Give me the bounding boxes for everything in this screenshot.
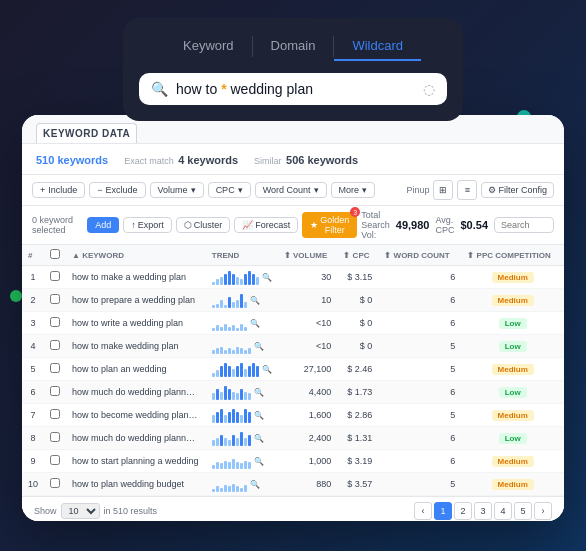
- wordcount-cell: 5: [378, 473, 461, 496]
- select-all-checkbox[interactable]: [50, 249, 60, 259]
- search-settings-icon[interactable]: ◌: [423, 81, 435, 97]
- trend-zoom-icon[interactable]: 🔍: [250, 480, 260, 489]
- wordcount-cell: 6: [378, 312, 461, 335]
- filter-config-btn[interactable]: ⚙ Filter Config: [481, 182, 554, 198]
- more-filter-btn[interactable]: More ▾: [331, 182, 376, 198]
- wordcount-filter-btn[interactable]: Word Count ▾: [255, 182, 327, 198]
- next-page-btn[interactable]: ›: [534, 502, 552, 520]
- row-number: 6: [22, 381, 44, 404]
- row-checkbox[interactable]: [50, 271, 60, 281]
- keyword-cell: how to start planning a wedding: [66, 450, 206, 473]
- row-checkbox[interactable]: [50, 386, 60, 396]
- trend-zoom-icon[interactable]: 🔍: [254, 434, 264, 443]
- forecast-button[interactable]: 📈 Forecast: [234, 217, 298, 233]
- trend-zoom-icon[interactable]: 🔍: [250, 319, 260, 328]
- search-input-display[interactable]: how to * wedding plan: [176, 81, 415, 97]
- volume-label: Volume: [158, 185, 188, 195]
- golden-filter-button[interactable]: ★ Golden Filter 3: [302, 212, 357, 238]
- include-filter-btn[interactable]: + Include: [32, 182, 85, 198]
- keyword-cell: how to make wedding plan: [66, 335, 206, 358]
- trend-zoom-icon[interactable]: 🔍: [254, 457, 264, 466]
- row-checkbox[interactable]: [50, 363, 60, 373]
- col-cpc[interactable]: ⬆ CPC: [337, 245, 378, 266]
- stat-exact[interactable]: Exact match 4 keywords: [124, 150, 238, 168]
- tab-domain[interactable]: Domain: [253, 32, 334, 61]
- row-checkbox-cell: [44, 358, 66, 381]
- stat-total[interactable]: 510 keywords: [36, 150, 108, 168]
- table-view-btn[interactable]: ⊞: [433, 180, 453, 200]
- trend-cell: 🔍: [206, 427, 278, 450]
- row-checkbox[interactable]: [50, 294, 60, 304]
- trend-zoom-icon[interactable]: 🔍: [254, 388, 264, 397]
- keyword-cell: how to become wedding planner: [66, 404, 206, 427]
- page-3-btn[interactable]: 3: [474, 502, 492, 520]
- cpc-filter-btn[interactable]: CPC ▾: [208, 182, 251, 198]
- export-button[interactable]: ↑ Export: [123, 217, 172, 233]
- show-label: Show: [34, 506, 57, 516]
- main-card: KEYWORD DATA 510 keywords Exact match 4 …: [22, 115, 564, 521]
- competition-badge: Medium: [492, 364, 534, 375]
- table-row: 10how to plan wedding budget🔍880$ 3.575M…: [22, 473, 564, 496]
- col-wordcount[interactable]: ⬆ WORD COUNT: [378, 245, 461, 266]
- volume-cell: 4,400: [278, 381, 338, 404]
- row-checkbox[interactable]: [50, 432, 60, 442]
- volume-cell: 30: [278, 266, 338, 289]
- volume-cell: <10: [278, 335, 338, 358]
- trend-cell: 🔍: [206, 266, 278, 289]
- page-2-btn[interactable]: 2: [454, 502, 472, 520]
- golden-badge: 3: [350, 207, 360, 217]
- tab-keyword[interactable]: Keyword: [165, 32, 252, 61]
- page-4-btn[interactable]: 4: [494, 502, 512, 520]
- table-search-input[interactable]: [494, 217, 554, 233]
- search-icon: 🔍: [151, 81, 168, 97]
- show-select[interactable]: 10 25 50: [61, 503, 100, 519]
- row-number: 10: [22, 473, 44, 496]
- competition-cell: Low: [461, 312, 564, 335]
- row-checkbox-cell: [44, 473, 66, 496]
- list-view-btn[interactable]: ≡: [457, 180, 477, 200]
- trend-sparkline: [212, 384, 251, 400]
- col-volume[interactable]: ⬆ VOLUME: [278, 245, 338, 266]
- trend-zoom-icon[interactable]: 🔍: [254, 411, 264, 420]
- forecast-icon: 📈: [242, 220, 253, 230]
- table-row: 6how much do wedding planner cost🔍4,400$…: [22, 381, 564, 404]
- volume-filter-btn[interactable]: Volume ▾: [150, 182, 204, 198]
- trend-zoom-icon[interactable]: 🔍: [254, 342, 264, 351]
- col-competition[interactable]: ⬆ PPC COMPETITION: [461, 245, 564, 266]
- wordcount-cell: 6: [378, 381, 461, 404]
- cluster-button[interactable]: ⬡ Cluster: [176, 217, 231, 233]
- trend-zoom-icon[interactable]: 🔍: [262, 273, 272, 282]
- total-search-label: Total Search Vol:: [361, 210, 390, 240]
- exclude-label: Exclude: [106, 185, 138, 195]
- keyword-cell: how to write a wedding plan: [66, 312, 206, 335]
- filter-row: + Include − Exclude Volume ▾ CPC ▾ Word …: [22, 175, 564, 206]
- trend-zoom-icon[interactable]: 🔍: [262, 365, 272, 374]
- col-keyword[interactable]: ▲ KEYWORD: [66, 245, 206, 266]
- stat-similar[interactable]: Similar 506 keywords: [254, 150, 358, 168]
- table-row: 3how to write a wedding plan🔍<10$ 06Low: [22, 312, 564, 335]
- col-num: #: [22, 245, 44, 266]
- trend-zoom-icon[interactable]: 🔍: [250, 296, 260, 305]
- table-row: 5how to plan an wedding🔍27,100$ 2.465Med…: [22, 358, 564, 381]
- page-5-btn[interactable]: 5: [514, 502, 532, 520]
- avg-cpc-label: Avg. CPC: [435, 215, 454, 235]
- cpc-cell: $ 3.57: [337, 473, 378, 496]
- competition-cell: Medium: [461, 358, 564, 381]
- row-checkbox[interactable]: [50, 455, 60, 465]
- volume-cell: 10: [278, 289, 338, 312]
- action-row: 0 keyword selected Add ↑ Export ⬡ Cluste…: [22, 206, 564, 245]
- prev-page-btn[interactable]: ‹: [414, 502, 432, 520]
- add-button[interactable]: Add: [87, 217, 119, 233]
- row-checkbox[interactable]: [50, 478, 60, 488]
- stat-similar-label: Similar: [254, 156, 282, 166]
- row-number: 4: [22, 335, 44, 358]
- col-check: [44, 245, 66, 266]
- exclude-filter-btn[interactable]: − Exclude: [89, 182, 145, 198]
- col-trend[interactable]: TREND: [206, 245, 278, 266]
- row-checkbox[interactable]: [50, 340, 60, 350]
- row-checkbox[interactable]: [50, 409, 60, 419]
- page-1-btn[interactable]: 1: [434, 502, 452, 520]
- wildcard-asterisk: *: [221, 81, 226, 97]
- row-checkbox[interactable]: [50, 317, 60, 327]
- tab-wildcard[interactable]: Wildcard: [334, 32, 421, 61]
